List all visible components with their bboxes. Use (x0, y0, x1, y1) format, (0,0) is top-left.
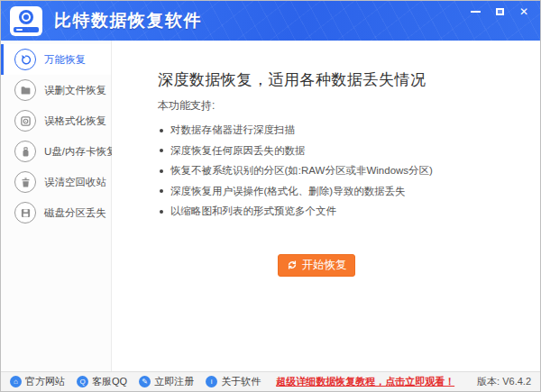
sidebar-item-deleted-file-recovery[interactable]: 误删文件恢复 (1, 75, 111, 105)
window-controls: ✕ (470, 5, 529, 19)
footer-link-label: 官方网站 (25, 375, 65, 388)
app-window: 比特数据恢复软件 ✕ 万能恢复 误删文件恢复 (0, 0, 541, 392)
sidebar-item-label: 万能恢复 (44, 53, 86, 67)
sidebar-item-label: 误格式化恢复 (44, 114, 106, 128)
start-recovery-button[interactable]: 开始恢复 (278, 254, 355, 277)
feature-item: 深度恢复任何原因丢失的数据 (158, 141, 522, 161)
minimize-button[interactable] (470, 6, 481, 17)
support-label: 本功能支持: (158, 98, 522, 114)
sidebar-item-label: 磁盘分区丢失 (44, 206, 106, 220)
logo-slot-icon (14, 27, 39, 32)
footer-link-about-software[interactable]: i 关于软件 (206, 375, 261, 388)
home-icon: ⌂ (10, 376, 22, 387)
trash-icon (14, 171, 36, 193)
sidebar-item-lost-partition[interactable]: 磁盘分区丢失 (1, 197, 111, 228)
sidebar-item-usb-memorycard-recovery[interactable]: U盘/内存卡恢复 (1, 136, 111, 167)
sidebar-item-recycle-bin-recovery[interactable]: 误清空回收站 (1, 167, 111, 197)
refresh-icon (287, 260, 298, 270)
footer-link-official-site[interactable]: ⌂ 官方网站 (10, 375, 65, 388)
tutorial-promo-link[interactable]: 超级详细数据恢复教程，点击立即观看！ (276, 375, 454, 388)
main-content: 深度数据恢复，适用各种数据丢失情况 本功能支持: 对数据存储器进行深度扫描 深度… (112, 41, 540, 371)
folder-icon (14, 79, 36, 101)
feature-item: 恢复不被系统识别的分区(如:RAW分区或非Windows分区) (158, 160, 522, 181)
version-label: 版本: V6.4.2 (477, 375, 531, 388)
format-disk-icon (14, 110, 36, 132)
sidebar-item-label: U盘/内存卡恢复 (44, 145, 117, 159)
footer-link-label: 关于软件 (221, 375, 261, 388)
app-logo-harddrive-icon (10, 6, 42, 36)
titlebar: 比特数据恢复软件 ✕ (1, 1, 540, 41)
sidebar-item-universal-recovery[interactable]: 万能恢复 (1, 44, 111, 75)
feature-list: 对数据存储器进行深度扫描 深度恢复任何原因丢失的数据 恢复不被系统识别的分区(如… (158, 120, 522, 222)
app-body: 万能恢复 误删文件恢复 误格式化恢复 U盘/内存卡恢复 (1, 41, 540, 371)
close-button[interactable]: ✕ (518, 6, 529, 17)
footer-bar: ⌂ 官方网站 Q 客服QQ ✎ 立即注册 i 关于软件 超级详细数据恢复教程，点… (1, 371, 540, 391)
page-title: 深度数据恢复，适用各种数据丢失情况 (158, 69, 522, 90)
footer-link-label: 立即注册 (154, 375, 194, 388)
feature-item: 深度恢复用户误操作(格式化、删除)导致的数据丢失 (158, 181, 522, 202)
footer-link-register-now[interactable]: ✎ 立即注册 (139, 375, 194, 388)
app-title: 比特数据恢复软件 (54, 9, 203, 32)
footer-link-service-qq[interactable]: Q 客服QQ (77, 375, 127, 388)
feature-item: 以缩略图和列表的形式预览多个文件 (158, 201, 522, 222)
feature-item: 对数据存储器进行深度扫描 (158, 120, 522, 141)
maximize-button[interactable] (494, 6, 505, 17)
register-icon: ✎ (139, 376, 151, 387)
sidebar-item-label: 误删文件恢复 (44, 84, 106, 97)
start-recovery-label: 开始恢复 (302, 258, 347, 273)
sidebar-item-format-recovery[interactable]: 误格式化恢复 (1, 105, 111, 136)
about-info-icon: i (206, 376, 217, 387)
qq-icon: Q (77, 376, 88, 387)
footer-link-label: 客服QQ (92, 375, 127, 388)
logo-disc-icon (19, 10, 33, 24)
sidebar-item-label: 误清空回收站 (44, 176, 106, 189)
disk-partition-icon (14, 202, 36, 223)
sidebar: 万能恢复 误删文件恢复 误格式化恢复 U盘/内存卡恢复 (1, 41, 112, 371)
usb-drive-icon (14, 141, 36, 162)
undo-restore-icon (14, 49, 36, 70)
